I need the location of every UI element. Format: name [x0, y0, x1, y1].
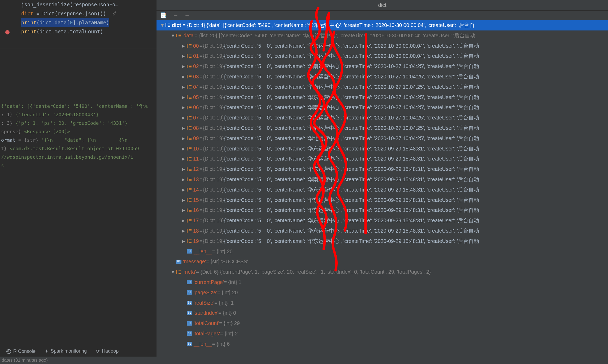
tree-item[interactable]: 18 = {Dict: 19} {'centerCode': '5 0', 'c… [157, 226, 608, 236]
chevron-right-icon[interactable] [180, 226, 187, 236]
chevron-right-icon[interactable] [180, 72, 187, 82]
tree-meta-len[interactable]: 01 __len__ = {int} 6 [157, 339, 608, 349]
int-icon: 01 [187, 301, 192, 305]
dict-icon [187, 54, 192, 58]
chevron-right-icon[interactable] [180, 41, 187, 51]
tree-item[interactable]: 11 = {Dict: 19} {'centerCode': '5 0', 'c… [157, 154, 608, 164]
tree-meta-item[interactable]: 01 'currentPage' = {int} 1 [157, 277, 608, 287]
int-icon: 01 [187, 311, 192, 315]
chevron-right-icon[interactable] [180, 92, 187, 103]
dict-icon [187, 208, 192, 212]
chevron-down-icon[interactable] [170, 267, 176, 277]
tree-item[interactable]: 00 = {Dict: 19} {'centerCode': '5 0', 'c… [157, 41, 608, 51]
chevron-right-icon[interactable] [180, 123, 187, 133]
dict-icon [187, 229, 192, 233]
console-output[interactable]: {'data': [{'centerCode': '5490', 'center… [0, 99, 157, 172]
tree-item[interactable]: 06 = {Dict: 19} {'centerCode': '5 0', 'c… [157, 102, 608, 113]
tree-item[interactable]: 15 = {Dict: 19} {'centerCode': '5 0', 'c… [157, 195, 608, 205]
dict-icon [187, 239, 192, 243]
tab-r-console[interactable]: RR Console [6, 349, 36, 354]
dict-icon [187, 177, 192, 181]
panel-title: dict [157, 0, 608, 11]
tree-item[interactable]: 01 = {Dict: 19} {'centerCode': '5 0', 'c… [157, 51, 608, 61]
tree-item[interactable]: 09 = {Dict: 19} {'centerCode': '5 0', 'c… [157, 133, 608, 144]
dict-icon [187, 157, 192, 161]
chevron-right-icon[interactable] [180, 174, 187, 185]
tree-item[interactable]: 17 = {Dict: 19} {'centerCode': '5 0', 'c… [157, 215, 608, 226]
int-icon: 01 [187, 290, 192, 295]
tab-spark[interactable]: ✦Spark monitoring [45, 348, 87, 354]
debugger-pane: dict 📑 ← → dict = {Dict: 4} {'data': [{'… [157, 0, 608, 364]
code-editor[interactable]: json_deserialize(responseJsonFo… dict = … [0, 0, 157, 36]
dict-icon [187, 106, 192, 109]
dict-icon [166, 23, 170, 27]
tab-hadoop[interactable]: ⟳Hadoop [96, 348, 119, 354]
spark-icon: ✦ [45, 348, 49, 354]
tool-tabs: RR Console ✦Spark monitoring ⟳Hadoop [0, 347, 157, 356]
int-icon: 01 [187, 280, 192, 284]
back-icon[interactable]: ← [173, 12, 179, 19]
tree-node-data[interactable]: 'data' = {list: 20} [{'centerCode': '549… [157, 30, 608, 41]
dict-icon [187, 188, 192, 192]
chevron-right-icon[interactable] [180, 185, 187, 195]
int-icon: 01 [187, 321, 192, 326]
tree-meta-item[interactable]: 01 'totalPages' = {int} 2 [157, 329, 608, 339]
dict-icon [187, 44, 192, 48]
chevron-right-icon[interactable] [180, 82, 187, 92]
chevron-right-icon[interactable] [180, 164, 187, 174]
chevron-down-icon[interactable] [159, 20, 166, 30]
dict-icon [187, 126, 192, 130]
tree-item[interactable]: 04 = {Dict: 19} {'centerCode': '5 0', 'c… [157, 82, 608, 92]
chevron-right-icon[interactable] [180, 102, 187, 113]
chevron-down-icon[interactable] [170, 30, 176, 41]
tree-item[interactable]: 05 = {Dict: 19} {'centerCode': '5 0', 'c… [157, 92, 608, 103]
tree-item[interactable]: 14 = {Dict: 19} {'centerCode': '5 0', 'c… [157, 185, 608, 195]
chevron-right-icon[interactable] [180, 51, 187, 61]
tree-item[interactable]: 03 = {Dict: 19} {'centerCode': '5 0', 'c… [157, 72, 608, 82]
chevron-right-icon[interactable] [180, 144, 187, 154]
str-icon: 01 [176, 260, 181, 264]
dict-icon [187, 136, 192, 140]
dict-icon [187, 75, 192, 78]
forward-icon[interactable]: → [184, 12, 190, 19]
list-icon [176, 34, 181, 37]
chevron-right-icon[interactable] [180, 133, 187, 144]
tree-meta-item[interactable]: 01 'startIndex' = {int} 0 [157, 308, 608, 318]
tree-meta-item[interactable]: 01 'realSize' = {int} -1 [157, 298, 608, 308]
tree-item[interactable]: 07 = {Dict: 19} {'centerCode': '5 0', 'c… [157, 113, 608, 123]
tree-meta[interactable]: 'meta' = {Dict: 6} {'currentPage': 1, 'p… [157, 267, 608, 277]
r-icon: R [6, 349, 11, 354]
int-icon: 01 [187, 249, 192, 254]
chevron-right-icon[interactable] [180, 154, 187, 164]
tree-item[interactable]: 13 = {Dict: 19} {'centerCode': '5 0', 'c… [157, 174, 608, 185]
tree-item[interactable]: 19 = {Dict: 19} {'centerCode': '5 0', 'c… [157, 236, 608, 246]
variables-tree[interactable]: dict = {Dict: 4} {'data': [{'centerCode'… [157, 20, 608, 349]
tree-item[interactable]: 02 = {Dict: 19} {'centerCode': '5 0', 'c… [157, 61, 608, 72]
tree-root[interactable]: dict = {Dict: 4} {'data': [{'centerCode'… [157, 20, 608, 30]
breakpoint-icon[interactable] [5, 30, 10, 34]
menu-icon[interactable]: 📑 [160, 12, 167, 19]
dict-icon [176, 270, 181, 274]
tree-item[interactable]: 10 = {Dict: 19} {'centerCode': '5 0', 'c… [157, 144, 608, 154]
chevron-right-icon[interactable] [180, 236, 187, 246]
tree-item[interactable]: 16 = {Dict: 19} {'centerCode': '5 0', 'c… [157, 205, 608, 215]
tree-meta-item[interactable]: 01 'totalCount' = {int} 29 [157, 318, 608, 329]
chevron-right-icon[interactable] [180, 215, 187, 226]
tree-len[interactable]: 01 __len__ = {int} 20 [157, 246, 608, 257]
editor-pane: json_deserialize(responseJsonFo… dict = … [0, 0, 157, 364]
dict-icon [187, 65, 192, 68]
dict-icon [187, 95, 192, 99]
dict-icon [187, 219, 192, 223]
chevron-right-icon[interactable] [180, 61, 187, 72]
tree-meta-item[interactable]: 01 'pageSize' = {int} 20 [157, 287, 608, 298]
chevron-right-icon[interactable] [180, 205, 187, 215]
tree-message[interactable]: 01 'message' = {str} 'SUCCESS' [157, 256, 608, 267]
hadoop-icon: ⟳ [96, 348, 100, 354]
dict-icon [187, 85, 192, 89]
tree-item[interactable]: 12 = {Dict: 19} {'centerCode': '5 0', 'c… [157, 164, 608, 174]
tree-item[interactable]: 08 = {Dict: 19} {'centerCode': '5 0', 'c… [157, 123, 608, 133]
chevron-right-icon[interactable] [180, 195, 187, 205]
dict-icon [187, 147, 192, 150]
dict-icon [187, 116, 192, 120]
chevron-right-icon[interactable] [180, 113, 187, 123]
